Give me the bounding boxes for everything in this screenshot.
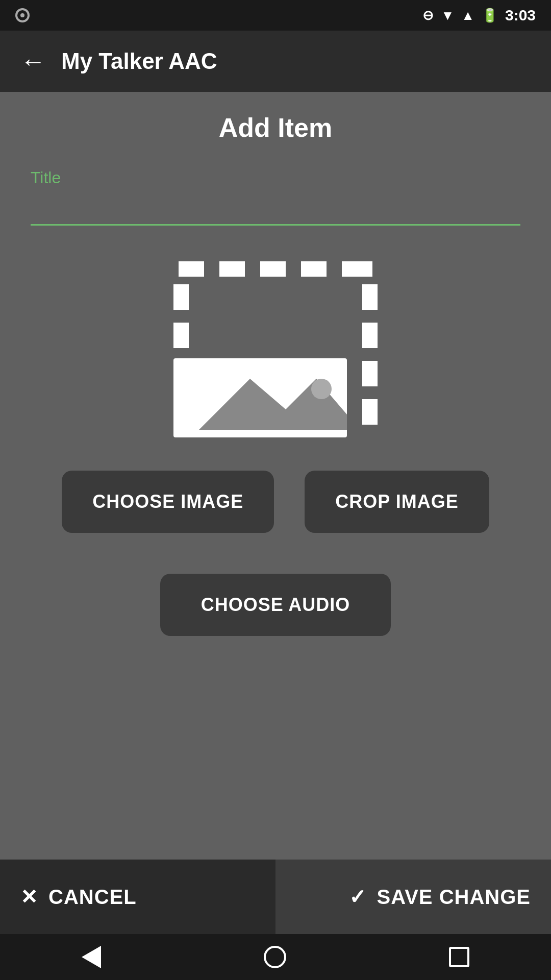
crop-image-button[interactable]: CROP IMAGE: [305, 471, 489, 533]
battery-icon: 🔋: [482, 8, 498, 23]
svg-rect-9: [362, 361, 378, 386]
status-time: 3:03: [505, 7, 536, 24]
image-placeholder-icon: [168, 256, 383, 440]
save-check-icon: ✓: [349, 885, 367, 909]
svg-rect-6: [173, 323, 189, 348]
save-label: SAVE CHANGE: [377, 886, 531, 909]
nav-home-icon: [264, 946, 286, 968]
svg-rect-4: [342, 261, 372, 277]
svg-rect-3: [301, 261, 327, 277]
do-not-disturb-icon: ⊖: [422, 8, 434, 23]
svg-rect-8: [362, 323, 378, 348]
app-bar-title: My Talker AAC: [61, 48, 217, 74]
cancel-label: CANCEL: [48, 886, 137, 909]
status-bar: ⊖ ▼ ▲ 🔋 3:03: [0, 0, 551, 31]
back-arrow-icon: ←: [20, 46, 46, 76]
svg-point-13: [311, 379, 332, 399]
svg-rect-5: [173, 284, 189, 310]
cancel-x-icon: ✕: [20, 885, 38, 909]
app-bar: ← My Talker AAC: [0, 31, 551, 92]
title-input[interactable]: [31, 192, 520, 226]
page-title: Add Item: [219, 112, 332, 143]
main-content: Add Item Title: [0, 92, 551, 980]
nav-home-button[interactable]: [264, 946, 286, 968]
signal-icon: ▲: [461, 8, 474, 23]
cancel-button[interactable]: ✕ CANCEL: [0, 860, 276, 934]
svg-rect-7: [362, 284, 378, 310]
image-button-row: CHOOSE IMAGE CROP IMAGE: [62, 471, 489, 533]
audio-button-container: CHOOSE AUDIO: [160, 574, 391, 636]
navigation-bar: [0, 934, 551, 980]
status-bar-left: [15, 8, 30, 22]
nav-back-icon: [82, 946, 101, 968]
save-change-button[interactable]: ✓ SAVE CHANGE: [276, 860, 551, 934]
status-bar-right: ⊖ ▼ ▲ 🔋 3:03: [422, 7, 536, 24]
back-button[interactable]: ←: [20, 46, 46, 76]
wifi-icon: ▼: [441, 8, 454, 23]
svg-rect-1: [219, 261, 245, 277]
svg-rect-2: [260, 261, 286, 277]
title-label: Title: [31, 168, 520, 187]
svg-rect-10: [362, 399, 378, 425]
nav-recent-button[interactable]: [449, 947, 469, 967]
camera-indicator-icon: [15, 8, 30, 22]
choose-audio-button[interactable]: CHOOSE AUDIO: [160, 574, 391, 636]
svg-rect-0: [179, 261, 204, 277]
choose-image-button[interactable]: CHOOSE IMAGE: [62, 471, 274, 533]
nav-back-button[interactable]: [82, 946, 101, 968]
bottom-action-buttons: ✕ CANCEL ✓ SAVE CHANGE: [0, 860, 551, 934]
nav-recent-icon: [449, 947, 469, 967]
title-input-container: Title: [31, 168, 520, 226]
